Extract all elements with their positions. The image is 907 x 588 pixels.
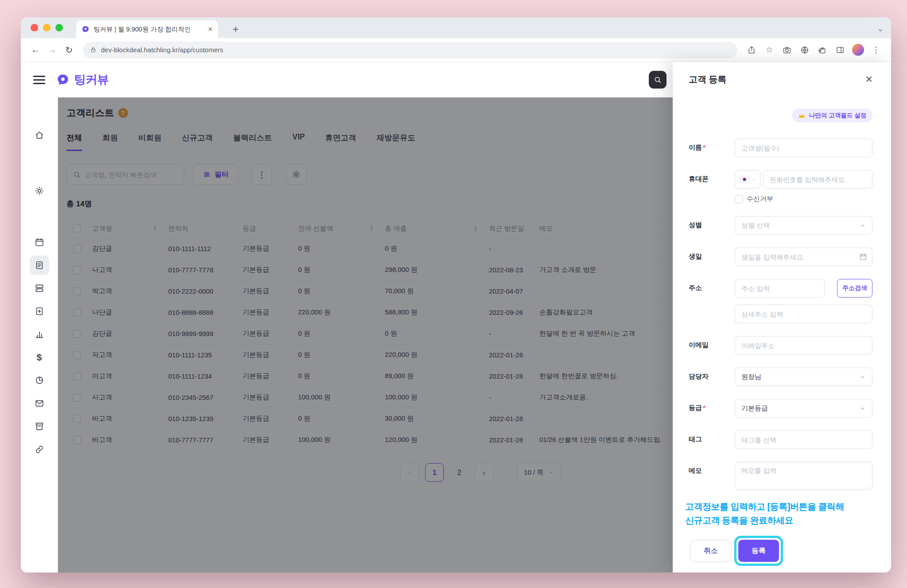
manager-label: 담당자 [689, 368, 735, 381]
chevron-down-icon [859, 374, 866, 380]
app-sidebar: $ [21, 97, 58, 573]
translate-button[interactable] [797, 43, 813, 58]
app-logo[interactable]: 팅커뷰 [56, 72, 109, 88]
profile-avatar[interactable] [852, 44, 864, 56]
search-icon [654, 76, 662, 84]
hamburger-menu-icon[interactable] [33, 76, 45, 84]
tab-close-icon[interactable]: × [208, 25, 213, 33]
bookmark-button[interactable]: ☆ [761, 43, 777, 58]
calendar-icon[interactable] [859, 253, 867, 261]
lock-icon [90, 46, 97, 53]
sidebar-item-messages[interactable] [30, 394, 49, 413]
logo-bubble-icon [56, 73, 70, 86]
translate-icon [800, 46, 809, 54]
phone-label: 휴대폰 [689, 170, 735, 183]
sidebar-item-statistics[interactable] [30, 325, 49, 344]
fullscreen-window-button[interactable] [55, 24, 63, 31]
sidebar-item-links[interactable] [30, 440, 49, 459]
puzzle-icon [818, 46, 827, 54]
sms-optout-checkbox[interactable] [735, 195, 743, 203]
global-search-button[interactable] [649, 71, 667, 89]
sms-optout-row: 수신거부 [735, 195, 872, 203]
address-search-button[interactable]: 주소검색 [837, 279, 872, 298]
resize-handle-icon[interactable] [865, 484, 870, 490]
tag-label: 태그 [689, 430, 735, 444]
browser-toolbar: ← → ↻ dev-blockdeal.hatchling.kr/app/cus… [21, 38, 891, 62]
drawer-actions: 취소 등록 [689, 540, 872, 562]
new-tab-button[interactable]: + [228, 22, 243, 37]
browser-menu-button[interactable]: ⋮ [868, 43, 884, 58]
screenshot-button[interactable] [779, 43, 795, 58]
name-label: 이름* [689, 139, 735, 152]
tab-search-button[interactable] [877, 27, 884, 34]
chevron-down-icon [751, 177, 756, 182]
back-button[interactable]: ← [28, 43, 43, 58]
sidebar-item-calendar[interactable] [30, 232, 49, 252]
window-controls [31, 24, 63, 31]
chevron-down-icon [859, 222, 866, 229]
phone-input[interactable] [763, 170, 872, 189]
sidebar-item-settings[interactable] [30, 181, 49, 201]
camera-icon [783, 46, 791, 54]
chevron-down-icon [877, 27, 884, 34]
email-input[interactable] [735, 336, 872, 355]
drawer-title: 고객 등록 [689, 74, 727, 85]
birthday-input[interactable] [735, 248, 872, 266]
country-code-select[interactable] [735, 170, 760, 189]
share-icon [747, 46, 756, 54]
coach-annotation: 고객정보를 입력하고 [등록]버튼을 클릭해 신규고객 등록을 완료하세요 [685, 500, 888, 527]
app-viewport: 팅커뷰 $ [21, 62, 891, 573]
memo-label: 메모 [689, 462, 735, 475]
address-label: 주소 [689, 279, 735, 292]
browser-tab[interactable]: 팅커뷰 | 월 9,900원 가장 합리적인 × [76, 20, 218, 38]
name-input[interactable] [735, 139, 872, 157]
extensions-button[interactable] [814, 43, 830, 58]
side-panel-icon [836, 46, 845, 54]
grade-select[interactable]: 기본등급 [735, 399, 872, 418]
grade-label: 등급* [689, 399, 735, 412]
tag-input[interactable] [735, 430, 872, 449]
url-text: dev-blockdeal.hatchling.kr/app/customers [101, 46, 223, 54]
address-detail-input[interactable] [735, 305, 872, 323]
memo-textarea[interactable] [735, 462, 872, 490]
gender-select[interactable]: 성별 선택 [735, 216, 872, 235]
crown-icon [798, 112, 806, 120]
sidebar-item-sales[interactable]: $ [30, 348, 49, 367]
email-label: 이메일 [689, 336, 735, 349]
custom-fields-settings-link[interactable]: 나만의 고객필드 설정 [792, 108, 872, 123]
sidebar-item-reports[interactable] [30, 371, 49, 390]
site-favicon-icon [81, 25, 89, 33]
reload-button[interactable]: ↻ [62, 43, 77, 58]
drawer-close-icon[interactable]: × [865, 74, 872, 85]
tab-title: 팅커뷰 | 월 9,900원 가장 합리적인 [93, 25, 204, 34]
sidebar-item-new-document[interactable] [30, 302, 49, 321]
address-input[interactable] [735, 279, 825, 298]
screen: 팅커뷰 | 월 9,900원 가장 합리적인 × + ← → ↻ dev-blo… [0, 0, 907, 588]
browser-window: 팅커뷰 | 월 9,900원 가장 합리적인 × + ← → ↻ dev-blo… [21, 17, 891, 573]
sidebar-item-home[interactable] [30, 125, 49, 145]
url-bar[interactable]: dev-blockdeal.hatchling.kr/app/customers [83, 42, 737, 58]
sidebar-item-storage[interactable] [30, 417, 49, 436]
chevron-down-icon [859, 405, 866, 412]
sidebar-item-products[interactable] [30, 279, 49, 298]
birthday-label: 생일 [689, 248, 735, 261]
logo-text: 팅커뷰 [74, 72, 109, 88]
side-panel-button[interactable] [832, 43, 848, 58]
sidebar-item-customers[interactable] [30, 255, 49, 275]
kr-flag-icon [739, 174, 750, 184]
minimize-window-button[interactable] [43, 24, 50, 31]
gender-label: 성별 [689, 216, 735, 229]
browser-tabstrip: 팅커뷰 | 월 9,900원 가장 합리적인 × + [21, 17, 891, 38]
forward-button[interactable]: → [45, 43, 60, 58]
share-button[interactable] [744, 43, 760, 58]
manager-select[interactable]: 원장님 [735, 368, 872, 386]
customer-register-drawer: 고객 등록 × 나만의 고객필드 설정 이름* 휴대폰 [673, 62, 891, 573]
submit-button[interactable]: 등록 [738, 540, 779, 562]
cancel-button[interactable]: 취소 [690, 540, 731, 562]
close-window-button[interactable] [31, 24, 38, 31]
customer-form: 이름* 휴대폰 [689, 139, 872, 492]
